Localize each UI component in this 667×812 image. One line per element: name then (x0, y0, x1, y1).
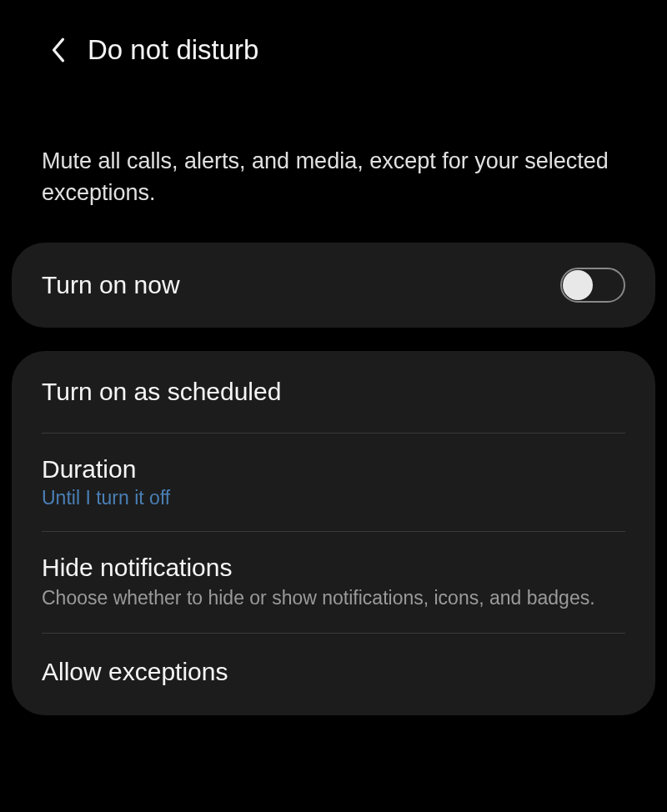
header: Do not disturb (0, 0, 667, 92)
hide-notifications-row[interactable]: Hide notifications Choose whether to hid… (12, 532, 655, 633)
duration-row[interactable]: Duration Until I turn it off (12, 434, 655, 531)
hide-notifications-label: Hide notifications (42, 554, 625, 582)
back-icon[interactable] (42, 33, 75, 67)
turn-on-now-row[interactable]: Turn on now (12, 243, 655, 328)
hide-notifications-description: Choose whether to hide or show notificat… (42, 585, 625, 611)
allow-exceptions-row[interactable]: Allow exceptions (12, 634, 655, 715)
page-description: Mute all calls, alerts, and media, excep… (0, 92, 667, 243)
duration-value: Until I turn it off (42, 487, 625, 509)
turn-on-now-label: Turn on now (42, 271, 560, 299)
toggle-knob (563, 270, 593, 300)
duration-label: Duration (42, 455, 625, 484)
scheduled-label: Turn on as scheduled (42, 378, 625, 406)
turn-on-now-toggle[interactable] (560, 268, 625, 303)
scheduled-row[interactable]: Turn on as scheduled (12, 351, 655, 433)
turn-on-now-card: Turn on now (12, 243, 655, 328)
settings-card: Turn on as scheduled Duration Until I tu… (12, 351, 655, 715)
page-title: Do not disturb (88, 34, 258, 66)
allow-exceptions-label: Allow exceptions (42, 658, 625, 686)
